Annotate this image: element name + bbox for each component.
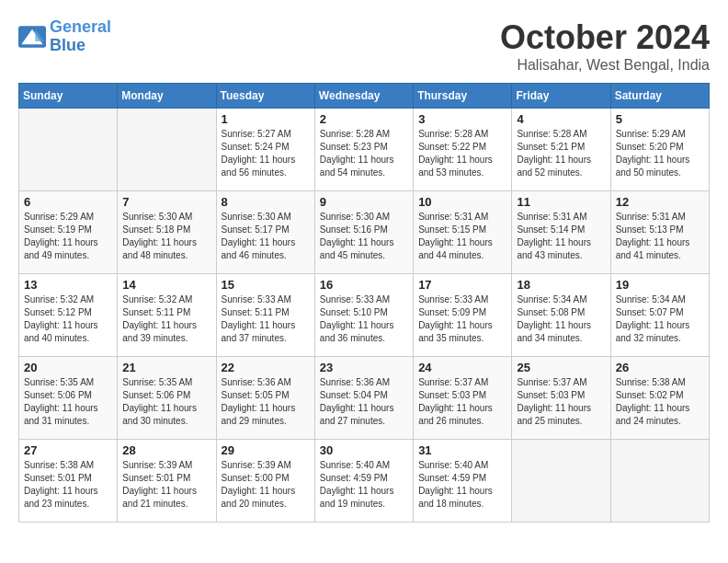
day-number: 3 [418,112,506,126]
day-info: Sunrise: 5:35 AMSunset: 5:06 PMDaylight:… [122,376,210,428]
calendar-day-cell: 25Sunrise: 5:37 AMSunset: 5:03 PMDayligh… [512,357,610,440]
day-number: 31 [418,443,506,457]
day-number: 24 [418,361,506,374]
day-number: 23 [320,361,408,374]
day-info: Sunrise: 5:33 AMSunset: 5:10 PMDaylight:… [320,293,408,345]
day-info: Sunrise: 5:29 AMSunset: 5:20 PMDaylight:… [616,128,704,179]
calendar-day-cell: 7Sunrise: 5:30 AMSunset: 5:18 PMDaylight… [118,191,216,274]
day-info: Sunrise: 5:36 AMSunset: 5:05 PMDaylight:… [222,376,310,428]
day-info: Sunrise: 5:31 AMSunset: 5:15 PMDaylight:… [418,211,506,262]
day-number: 2 [320,112,408,126]
day-info: Sunrise: 5:32 AMSunset: 5:11 PMDaylight:… [122,293,210,345]
weekday-header: Wednesday [314,84,413,109]
calendar-day-cell: 22Sunrise: 5:36 AMSunset: 5:05 PMDayligh… [216,357,314,440]
calendar-day-cell [610,440,709,523]
day-number: 29 [222,443,310,457]
calendar-day-cell: 10Sunrise: 5:31 AMSunset: 5:15 PMDayligh… [414,191,512,274]
calendar-day-cell: 16Sunrise: 5:33 AMSunset: 5:10 PMDayligh… [314,274,413,357]
day-info: Sunrise: 5:34 AMSunset: 5:07 PMDaylight:… [616,293,704,345]
day-info: Sunrise: 5:34 AMSunset: 5:08 PMDaylight:… [517,293,605,345]
day-number: 14 [122,278,210,292]
day-number: 17 [418,278,506,292]
day-info: Sunrise: 5:37 AMSunset: 5:03 PMDaylight:… [517,376,605,428]
day-number: 6 [24,195,112,209]
day-number: 19 [616,278,704,292]
calendar-day-cell [512,440,610,523]
day-number: 15 [222,278,310,292]
calendar-day-cell: 11Sunrise: 5:31 AMSunset: 5:14 PMDayligh… [512,191,610,274]
day-number: 4 [517,112,605,126]
calendar-table: SundayMondayTuesdayWednesdayThursdayFrid… [18,83,710,523]
calendar-week-row: 6Sunrise: 5:29 AMSunset: 5:19 PMDaylight… [19,191,710,274]
day-number: 30 [320,443,408,457]
day-info: Sunrise: 5:38 AMSunset: 5:02 PMDaylight:… [616,376,704,428]
day-info: Sunrise: 5:27 AMSunset: 5:24 PMDaylight:… [222,128,310,179]
calendar-day-cell: 14Sunrise: 5:32 AMSunset: 5:11 PMDayligh… [118,274,216,357]
day-number: 1 [222,112,310,126]
calendar-day-cell: 23Sunrise: 5:36 AMSunset: 5:04 PMDayligh… [314,357,413,440]
day-info: Sunrise: 5:31 AMSunset: 5:13 PMDaylight:… [616,211,704,262]
day-info: Sunrise: 5:32 AMSunset: 5:12 PMDaylight:… [24,293,112,345]
calendar-week-row: 20Sunrise: 5:35 AMSunset: 5:06 PMDayligh… [19,357,710,440]
weekday-header: Friday [512,84,610,109]
day-info: Sunrise: 5:35 AMSunset: 5:06 PMDaylight:… [24,376,112,428]
day-number: 10 [418,195,506,209]
day-number: 9 [320,195,408,209]
logo-text: General Blue [50,18,111,55]
day-info: Sunrise: 5:33 AMSunset: 5:09 PMDaylight:… [418,293,506,345]
calendar-day-cell: 29Sunrise: 5:39 AMSunset: 5:00 PMDayligh… [216,440,314,523]
weekday-header: Monday [118,84,216,109]
day-info: Sunrise: 5:30 AMSunset: 5:18 PMDaylight:… [122,211,210,262]
calendar-day-cell: 6Sunrise: 5:29 AMSunset: 5:19 PMDaylight… [19,191,118,274]
day-number: 20 [24,361,112,374]
title-block: October 2024 Halisahar, West Bengal, Ind… [500,18,710,74]
calendar-day-cell: 26Sunrise: 5:38 AMSunset: 5:02 PMDayligh… [610,357,709,440]
day-info: Sunrise: 5:29 AMSunset: 5:19 PMDaylight:… [24,211,112,262]
calendar-day-cell: 1Sunrise: 5:27 AMSunset: 5:24 PMDaylight… [216,109,314,191]
day-number: 7 [122,195,210,209]
calendar-day-cell: 21Sunrise: 5:35 AMSunset: 5:06 PMDayligh… [118,357,216,440]
day-number: 27 [24,443,112,457]
calendar-day-cell: 20Sunrise: 5:35 AMSunset: 5:06 PMDayligh… [19,357,118,440]
day-info: Sunrise: 5:39 AMSunset: 5:01 PMDaylight:… [122,459,210,511]
day-number: 5 [616,112,704,126]
calendar-day-cell: 19Sunrise: 5:34 AMSunset: 5:07 PMDayligh… [610,274,709,357]
calendar-day-cell: 2Sunrise: 5:28 AMSunset: 5:23 PMDaylight… [314,109,413,191]
day-info: Sunrise: 5:40 AMSunset: 4:59 PMDaylight:… [320,459,408,511]
logo-icon [18,26,46,48]
day-number: 13 [24,278,112,292]
calendar-week-row: 13Sunrise: 5:32 AMSunset: 5:12 PMDayligh… [19,274,710,357]
day-info: Sunrise: 5:28 AMSunset: 5:23 PMDaylight:… [320,128,408,179]
calendar-day-cell: 8Sunrise: 5:30 AMSunset: 5:17 PMDaylight… [216,191,314,274]
day-number: 28 [122,443,210,457]
header-row: SundayMondayTuesdayWednesdayThursdayFrid… [19,84,710,109]
calendar-day-cell [118,109,216,191]
calendar-day-cell: 3Sunrise: 5:28 AMSunset: 5:22 PMDaylight… [414,109,512,191]
day-info: Sunrise: 5:40 AMSunset: 4:59 PMDaylight:… [418,459,506,511]
day-info: Sunrise: 5:39 AMSunset: 5:00 PMDaylight:… [222,459,310,511]
calendar-day-cell: 27Sunrise: 5:38 AMSunset: 5:01 PMDayligh… [19,440,118,523]
calendar-day-cell: 24Sunrise: 5:37 AMSunset: 5:03 PMDayligh… [414,357,512,440]
page-header: General Blue October 2024 Halisahar, Wes… [18,18,710,74]
day-info: Sunrise: 5:28 AMSunset: 5:22 PMDaylight:… [418,128,506,179]
day-number: 18 [517,278,605,292]
weekday-header: Tuesday [216,84,314,109]
month-title: October 2024 [500,18,710,57]
day-info: Sunrise: 5:38 AMSunset: 5:01 PMDaylight:… [24,459,112,511]
calendar-day-cell: 13Sunrise: 5:32 AMSunset: 5:12 PMDayligh… [19,274,118,357]
day-number: 25 [517,361,605,374]
calendar-day-cell: 30Sunrise: 5:40 AMSunset: 4:59 PMDayligh… [314,440,413,523]
weekday-header: Thursday [414,84,512,109]
calendar-day-cell: 15Sunrise: 5:33 AMSunset: 5:11 PMDayligh… [216,274,314,357]
calendar-day-cell: 17Sunrise: 5:33 AMSunset: 5:09 PMDayligh… [414,274,512,357]
day-info: Sunrise: 5:30 AMSunset: 5:17 PMDaylight:… [222,211,310,262]
weekday-header: Saturday [610,84,709,109]
day-number: 26 [616,361,704,374]
day-number: 16 [320,278,408,292]
day-number: 12 [616,195,704,209]
day-info: Sunrise: 5:36 AMSunset: 5:04 PMDaylight:… [320,376,408,428]
calendar-day-cell: 4Sunrise: 5:28 AMSunset: 5:21 PMDaylight… [512,109,610,191]
calendar-day-cell: 12Sunrise: 5:31 AMSunset: 5:13 PMDayligh… [610,191,709,274]
location: Halisahar, West Bengal, India [500,57,710,74]
day-info: Sunrise: 5:31 AMSunset: 5:14 PMDaylight:… [517,211,605,262]
